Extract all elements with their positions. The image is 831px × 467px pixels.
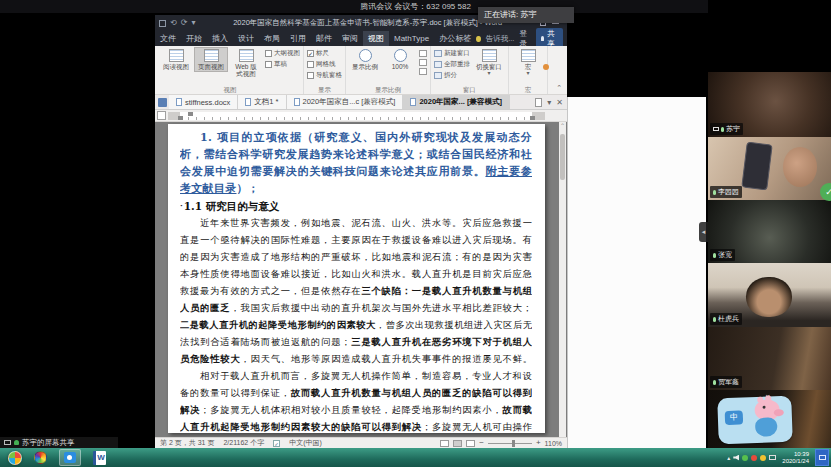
participant-name: 贾军鑫 xyxy=(718,377,739,387)
right-indent-marker[interactable] xyxy=(530,116,535,120)
ribbon-tab[interactable]: 引用 xyxy=(285,31,311,46)
tab-list-dropdown-icon[interactable]: ▾ xyxy=(547,98,551,107)
spellcheck-icon[interactable]: ✓ xyxy=(273,440,280,447)
page-view-icon[interactable] xyxy=(419,68,427,75)
participant-video[interactable]: 贾军鑫 xyxy=(708,327,831,390)
input-method-icon[interactable] xyxy=(815,449,829,466)
ribbon-button[interactable]: 拆分 xyxy=(434,70,470,81)
document-tab[interactable]: 2020年国家自...c [兼容模式] xyxy=(287,95,404,109)
document-tab[interactable]: stiffness.docx xyxy=(169,95,238,109)
checkbox-icon xyxy=(265,61,272,68)
scroll-up-icon[interactable]: ⌃ xyxy=(559,122,566,130)
ribbon-tab[interactable]: 视图 xyxy=(363,31,389,46)
document-tab[interactable]: 2020年国家... [兼容模式] xyxy=(403,95,510,109)
zoom-out-icon[interactable]: − xyxy=(479,439,484,447)
document-tabs: stiffness.docx文档1 *2020年国家自...c [兼容模式]20… xyxy=(169,95,535,109)
app-tray-icon-1[interactable] xyxy=(751,455,757,461)
ribbon-checkbox[interactable]: 草稿 xyxy=(265,59,300,70)
participant-video[interactable]: ⌄ 中 xyxy=(708,390,831,448)
redo-icon[interactable]: ⟳ xyxy=(181,19,188,27)
scrollbar-thumb[interactable] xyxy=(560,134,565,180)
ribbon-checkbox[interactable]: 导航窗格 xyxy=(307,70,342,81)
dropdown-icon: ▾ xyxy=(487,71,490,76)
ribbon-button[interactable]: 显示比例 xyxy=(349,48,381,71)
print-layout-icon[interactable] xyxy=(453,440,462,447)
participant-video[interactable]: 李园园 xyxy=(708,137,831,200)
word-app-icon[interactable]: W xyxy=(93,451,106,465)
participant-name: 张宽 xyxy=(718,250,732,260)
ribbon-button[interactable]: 宏▾ xyxy=(512,48,544,77)
ribbon-button[interactable]: 100% xyxy=(384,48,416,71)
ribbon-tab[interactable]: MathType xyxy=(389,31,434,46)
ribbon-tab[interactable]: 布局 xyxy=(259,31,285,46)
save-icon[interactable] xyxy=(159,20,166,27)
browser-icon[interactable] xyxy=(34,451,47,464)
ribbon-groups: 阅读视图页面视图Web 版式视图大纲视图草稿视图✓标尺网格线导航窗格显示显示比例… xyxy=(157,46,548,94)
quick-access-dropdown-icon[interactable]: ▾ xyxy=(191,19,195,27)
ribbon-button[interactable]: 页面视图 xyxy=(195,48,227,71)
taskbar-clock[interactable]: 10:39 2020/1/24 xyxy=(782,451,809,464)
checkbox-icon xyxy=(307,61,314,68)
ribbon-group-label: 窗口 xyxy=(434,85,505,94)
participant-video[interactable]: 苏宇 xyxy=(708,72,831,137)
button-icon xyxy=(239,49,254,62)
ribbon-checkbox[interactable]: ✓标尺 xyxy=(307,48,342,59)
clock-time: 10:39 xyxy=(794,451,809,457)
tab-selector[interactable] xyxy=(157,111,166,120)
ribbon-button[interactable]: 阅读视图 xyxy=(160,48,192,71)
security-icon[interactable] xyxy=(742,455,748,461)
close-tab-icon[interactable]: ✕ xyxy=(556,98,563,107)
participant-video[interactable]: 张宽 xyxy=(708,200,831,263)
camera-icon xyxy=(64,452,76,463)
zoom-level[interactable]: 110% xyxy=(545,440,562,447)
button-icon xyxy=(434,61,442,68)
section-heading: ·1.1 研究目的与意义 xyxy=(180,197,532,214)
meeting-app-icon[interactable] xyxy=(59,449,81,466)
zoom-in-icon[interactable]: + xyxy=(536,439,541,447)
ribbon-tab[interactable]: 邮件 xyxy=(311,31,337,46)
participant-name: 杜虎兵 xyxy=(718,314,739,324)
ribbon-tab[interactable]: 插入 xyxy=(207,31,233,46)
document-icon xyxy=(294,98,300,106)
ribbon-tab[interactable]: 办公标签 xyxy=(434,31,476,46)
ribbon-checkbox[interactable]: 大纲视图 xyxy=(265,48,300,59)
ribbon-button[interactable]: 新建窗口 xyxy=(434,48,470,59)
collapse-ribbon-icon[interactable]: ⌃ xyxy=(556,84,562,92)
text-line: 相对于载人直升机而言，多旋翼无人机操作简单，制造容易，专业人才和设 xyxy=(180,367,532,384)
vertical-scrollbar[interactable]: ⌃ xyxy=(559,122,566,437)
ribbon-button[interactable]: Web 版式视图 xyxy=(230,48,262,78)
left-indent-marker[interactable] xyxy=(178,116,183,120)
volume-icon[interactable] xyxy=(733,455,739,461)
page-view-icon[interactable] xyxy=(419,59,427,66)
ribbon-button[interactable]: 全部重排 xyxy=(434,59,470,70)
undo-icon[interactable]: ⟲ xyxy=(170,19,177,27)
start-button[interactable] xyxy=(8,451,22,465)
tell-me[interactable]: 告诉我... xyxy=(486,34,515,44)
zoom-slider-thumb[interactable] xyxy=(512,440,515,447)
page-view-icon[interactable] xyxy=(419,50,427,57)
tab-bar-controls: ▾ ✕ xyxy=(535,95,567,109)
ribbon-tab[interactable]: 开始 xyxy=(181,31,207,46)
document-tab[interactable]: 文档1 * xyxy=(238,95,286,109)
new-document-icon[interactable] xyxy=(535,98,542,107)
ribbon-checkbox[interactable]: 网格线 xyxy=(307,59,342,70)
participant-video[interactable]: 杜虎兵 xyxy=(708,263,831,327)
zoom-slider[interactable] xyxy=(488,443,532,444)
hidden-icons-arrow[interactable]: ▴ xyxy=(727,455,730,461)
panel-collapse-handle[interactable]: ◂ xyxy=(699,222,708,242)
ribbon-tab[interactable]: 设计 xyxy=(233,31,259,46)
app-tray-icon-2[interactable] xyxy=(760,455,766,461)
web-layout-icon[interactable] xyxy=(466,440,475,447)
document-page[interactable]: 1. 项目的立项依据（研究意义、国内外研究现状及发展动态分析，需结合科学研究发展… xyxy=(168,124,545,433)
ribbon-tab[interactable]: 文件 xyxy=(155,31,181,46)
display-tray-icon[interactable] xyxy=(769,455,776,460)
horizontal-ruler[interactable] xyxy=(155,110,567,122)
ribbon-tab[interactable]: 审阅 xyxy=(337,31,363,46)
first-line-indent-marker[interactable] xyxy=(188,112,193,116)
read-mode-icon[interactable] xyxy=(440,440,449,447)
language-indicator[interactable]: 中文(中国) xyxy=(289,438,322,448)
word-count[interactable]: 2/21162 个字 xyxy=(223,438,264,448)
page-indicator[interactable]: 第 2 页，共 31 页 xyxy=(160,438,214,448)
ribbon-button[interactable]: 切换窗口▾ xyxy=(473,48,505,77)
tab-manager-icon[interactable] xyxy=(158,98,167,107)
